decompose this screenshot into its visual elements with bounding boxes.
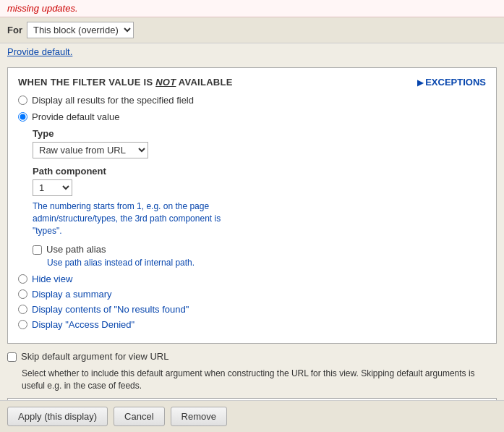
option-display-access-denied-row: Display "Access Denied" [18, 319, 486, 330]
use-path-alias-checkbox[interactable] [33, 245, 42, 255]
option-hide-view-radio[interactable] [18, 274, 27, 284]
type-select[interactable]: Raw value from URL Fixed value PHP Code [33, 142, 148, 158]
option-display-no-results-radio[interactable] [18, 305, 27, 314]
option-display-all-label: Display all results for the specified fi… [32, 95, 194, 106]
path-component-select[interactable]: 1 2 3 4 5 [33, 179, 72, 196]
option-display-summary-radio[interactable] [18, 289, 27, 299]
for-row: For This block (override) [0, 17, 504, 43]
skip-label: Skip default argument for view URL [21, 351, 168, 362]
option-display-access-denied-radio[interactable] [18, 320, 27, 329]
remove-button[interactable]: Remove [171, 407, 227, 426]
path-component-group: Path component 1 2 3 4 5 The numbering s… [33, 166, 486, 237]
option-display-access-denied-label: Display "Access Denied" [32, 319, 134, 330]
option-provide-default-label: Provide default value [32, 111, 119, 122]
use-path-alias-row: Use path alias [33, 244, 486, 255]
cancel-button[interactable]: Cancel [114, 407, 164, 426]
option-provide-default-radio[interactable] [18, 112, 27, 122]
use-path-alias-hint: Use path alias instead of internal path. [47, 258, 486, 268]
bottom-buttons: Apply (this display) Cancel Remove [0, 400, 504, 432]
option-display-all-radio[interactable] [18, 96, 27, 105]
type-label: Type [33, 128, 486, 139]
panel-title: WHEN THE FILTER VALUE IS NOT AVAILABLE [18, 77, 486, 88]
option-hide-view-label: Hide view [32, 274, 72, 284]
panel-not-available: EXCEPTIONS WHEN THE FILTER VALUE IS NOT … [7, 67, 497, 344]
option-display-no-results-label: Display contents of "No results found" [32, 304, 189, 315]
option-display-summary-label: Display a summary [32, 289, 112, 300]
option-hide-view-row: Hide view [18, 274, 486, 284]
top-banner: missing updates. [0, 0, 504, 17]
option-display-no-results-row: Display contents of "No results found" [18, 304, 486, 315]
provide-default-link[interactable]: Provide default. [0, 43, 504, 62]
apply-button[interactable]: Apply (this display) [7, 407, 108, 426]
skip-section: Skip default argument for view URL Selec… [7, 351, 497, 392]
for-label: For [7, 25, 22, 35]
option-display-all-row: Display all results for the specified fi… [18, 95, 486, 106]
path-component-label: Path component [33, 166, 486, 177]
option-provide-default-row: Provide default value [18, 111, 486, 122]
use-path-alias-label: Use path alias [46, 244, 106, 255]
skip-checkbox[interactable] [7, 352, 17, 362]
option-display-summary-row: Display a summary [18, 289, 486, 300]
exceptions-link[interactable]: EXCEPTIONS [417, 77, 486, 88]
path-hint-text: The numbering starts from 1, e.g. on the… [33, 200, 235, 237]
type-field-group: Type Raw value from URL Fixed value PHP … [33, 128, 486, 158]
for-select[interactable]: This block (override) [27, 22, 134, 38]
skip-row: Skip default argument for view URL [7, 351, 497, 362]
path-component-row: 1 2 3 4 5 [33, 179, 486, 196]
skip-description: Select whether to include this default a… [22, 368, 497, 392]
